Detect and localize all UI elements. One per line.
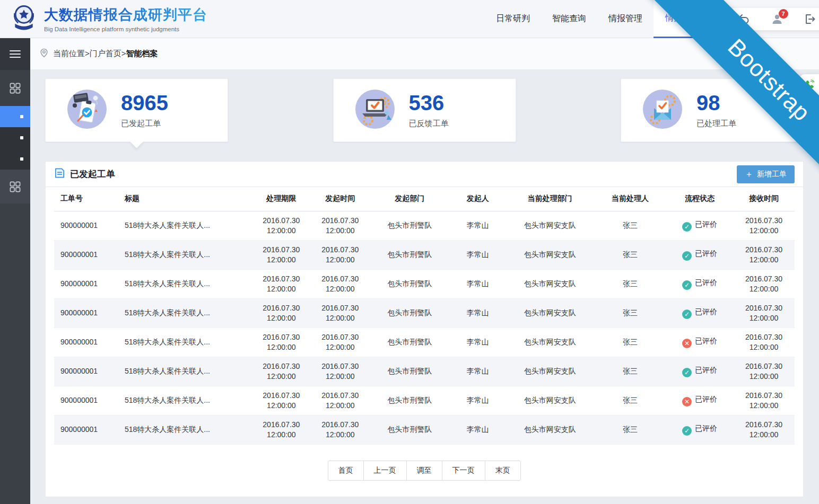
cell-current-handler: 张三 [594,357,666,386]
cell-title: 518特大杀人案件关联人... [118,386,252,415]
status-label: 已评价 [695,278,717,287]
workorder-table: 工单号标题处理期限发起时间发起部门发起人当前处理部门当前处理人流程状态接收时间 … [54,187,795,445]
cell-starter: 李常山 [450,240,506,269]
cell-order-no: 900000001 [54,269,118,298]
cell-start-dept: 包头市刑警队 [370,211,450,240]
nav-item-1[interactable]: 日常研判 [485,0,541,38]
sidebar-toggle-button[interactable] [0,38,30,70]
stat-value: 8965 [121,92,168,114]
pagination: 首页上一页调至下一页末页 [46,461,803,481]
column-header: 标题 [118,187,252,211]
location-pin-icon [40,48,48,60]
add-workorder-button[interactable]: ＋ 新增工单 [737,165,795,183]
column-header: 处理期限 [252,187,311,211]
status-label: 已评价 [695,366,717,374]
page-button-3[interactable]: 调至 [406,461,442,481]
cell-starter: 李常山 [450,415,506,444]
table-row[interactable]: 900000001 518特大杀人案件关联人... 2016.07.30 12:… [54,386,795,415]
cell-receive-time: 2016.07.30 12:00:00 [733,415,795,444]
cell-status: ✓已评价 [666,357,733,386]
table-row[interactable]: 900000001 518特大杀人案件关联人... 2016.07.30 12:… [54,415,795,444]
cell-deadline: 2016.07.30 12:00:00 [252,328,311,357]
laptop-check-illustration [355,89,395,131]
cell-start-time: 2016.07.30 12:00:00 [311,240,370,269]
status-label: 已评价 [695,424,717,432]
cell-starter: 李常山 [450,386,506,415]
cell-start-time: 2016.07.30 12:00:00 [311,298,370,328]
cell-status: ✕已评价 [666,328,733,357]
plus-icon: ＋ [745,171,753,178]
panel-title: 已发起工单 [70,168,115,180]
cell-receive-time: 2016.07.30 12:00:00 [733,386,795,415]
cell-status: ✓已评价 [666,298,733,328]
cell-start-dept: 包头市刑警队 [370,298,450,328]
status-icon: ✕ [682,397,692,406]
sidebar-subitem-2[interactable] [0,127,30,148]
cell-current-handler: 张三 [594,415,666,444]
sidebar-item-modules-2[interactable] [0,170,30,204]
status-label: 已评价 [695,337,717,345]
cell-status: ✓已评价 [666,211,733,240]
status-label: 已评价 [695,307,717,316]
cell-title: 518特大杀人案件关联人... [118,357,252,386]
cell-order-no: 900000001 [54,386,118,415]
cell-order-no: 900000001 [54,415,118,444]
page-button-4[interactable]: 下一页 [442,461,485,481]
user-notification-icon[interactable]: 7 [771,13,783,25]
nav-item-3[interactable]: 情报管理 [597,0,654,38]
cell-start-dept: 包头市刑警队 [370,415,450,444]
table-row[interactable]: 900000001 518特大杀人案件关联人... 2016.07.30 12:… [54,269,795,298]
stat-label: 已发起工单 [121,119,168,129]
cell-receive-time: 2016.07.30 12:00:00 [733,269,795,298]
cell-receive-time: 2016.07.30 12:00:00 [733,357,795,386]
cell-starter: 李常山 [450,328,506,357]
sidebar-subitem-3[interactable] [0,148,30,170]
cell-start-time: 2016.07.30 12:00:00 [311,328,370,357]
app-title: 大数据情报合成研判平台 [44,5,207,24]
breadcrumb: 当前位置>门户首页>智能档案 [53,49,158,59]
page-button-1[interactable]: 首页 [328,461,364,481]
cell-current-dept: 包头市网安支队 [506,240,594,269]
cell-current-handler: 张三 [594,269,666,298]
cell-title: 518特大杀人案件关联人... [118,240,252,269]
cell-receive-time: 2016.07.30 12:00:00 [733,298,795,328]
page-button-5[interactable]: 末页 [485,461,521,481]
cell-order-no: 900000001 [54,328,118,357]
page-button-2[interactable]: 上一页 [363,461,407,481]
stat-label: 已反馈工单 [409,119,449,129]
cell-start-time: 2016.07.30 12:00:00 [311,357,370,386]
status-icon: ✓ [682,251,692,261]
stat-card-initiated[interactable]: 8965 已发起工单 [45,78,228,142]
table-row[interactable]: 900000001 518特大杀人案件关联人... 2016.07.30 12:… [54,298,795,328]
table-row[interactable]: 900000001 518特大杀人案件关联人... 2016.07.30 12:… [54,357,795,386]
sidebar-subitem-1[interactable] [0,106,30,127]
stat-card-feedback[interactable]: 536 已反馈工单 [333,78,516,142]
stat-label: 已处理工单 [696,119,736,129]
grid-icon [9,82,21,94]
status-icon: ✓ [682,368,692,377]
cell-current-handler: 张三 [594,328,666,357]
status-label: 已评价 [695,249,717,258]
grid-icon [9,181,21,193]
table-header-row: 工单号标题处理期限发起时间发起部门发起人当前处理部门当前处理人流程状态接收时间 [54,187,795,211]
document-icon [54,167,65,181]
cell-current-handler: 张三 [594,211,666,240]
cell-current-dept: 包头市网安支队 [506,269,594,298]
sidebar-item-modules[interactable] [0,70,30,106]
mail-check-illustration [642,89,683,131]
stat-value: 536 [409,92,449,114]
cell-start-time: 2016.07.30 12:00:00 [311,269,370,298]
cell-status: ✓已评价 [666,415,733,444]
column-header: 发起人 [450,187,506,211]
cell-current-dept: 包头市网安支队 [506,298,594,328]
bullet-icon [20,157,23,161]
nav-item-2[interactable]: 智能查询 [541,0,597,38]
table-row[interactable]: 900000001 518特大杀人案件关联人... 2016.07.30 12:… [54,211,795,240]
cell-start-dept: 包头市刑警队 [370,386,450,415]
table-row[interactable]: 900000001 518特大杀人案件关联人... 2016.07.30 12:… [54,240,795,269]
panel-header: 已发起工单 ＋ 新增工单 [46,162,803,187]
sidebar [0,38,30,504]
table-row[interactable]: 900000001 518特大杀人案件关联人... 2016.07.30 12:… [54,328,795,357]
logout-icon[interactable] [804,13,816,25]
cell-deadline: 2016.07.30 12:00:00 [252,415,311,444]
